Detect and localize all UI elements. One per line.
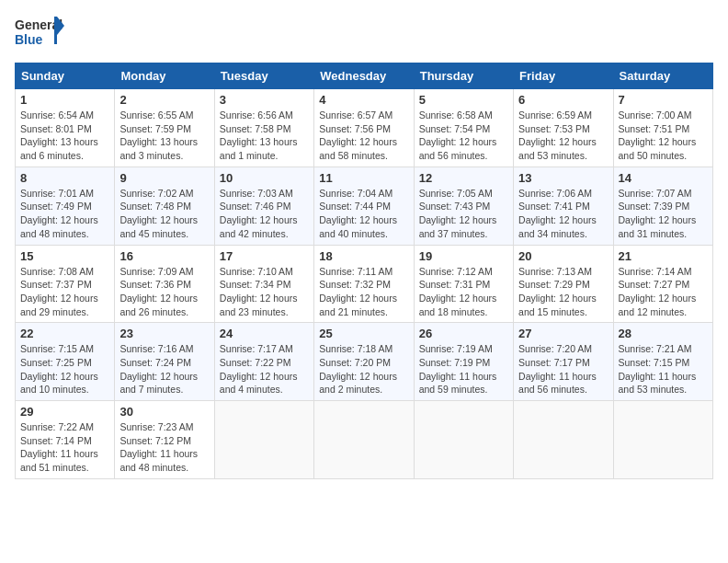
calendar-cell: 29Sunrise: 7:22 AM Sunset: 7:14 PM Dayli… xyxy=(16,401,115,479)
calendar-table: SundayMondayTuesdayWednesdayThursdayFrid… xyxy=(15,63,713,479)
day-number: 30 xyxy=(119,405,209,419)
calendar-cell: 12Sunrise: 7:05 AM Sunset: 7:43 PM Dayli… xyxy=(414,167,513,245)
calendar-cell: 24Sunrise: 7:17 AM Sunset: 7:22 PM Dayli… xyxy=(214,323,313,401)
calendar-cell: 28Sunrise: 7:21 AM Sunset: 7:15 PM Dayli… xyxy=(613,323,712,401)
calendar-body: 1Sunrise: 6:54 AM Sunset: 8:01 PM Daylig… xyxy=(16,89,713,479)
day-number: 23 xyxy=(119,327,209,340)
day-number: 3 xyxy=(220,93,309,107)
day-info: Sunrise: 7:03 AM Sunset: 7:46 PM Dayligh… xyxy=(220,187,309,241)
day-number: 10 xyxy=(220,171,309,185)
calendar-cell: 9Sunrise: 7:02 AM Sunset: 7:48 PM Daylig… xyxy=(115,167,214,245)
day-info: Sunrise: 7:13 AM Sunset: 7:29 PM Dayligh… xyxy=(518,265,608,319)
calendar-cell: 19Sunrise: 7:12 AM Sunset: 7:31 PM Dayli… xyxy=(414,245,513,323)
day-info: Sunrise: 7:06 AM Sunset: 7:41 PM Dayligh… xyxy=(518,187,608,241)
day-number: 6 xyxy=(518,93,608,107)
calendar-cell: 5Sunrise: 6:58 AM Sunset: 7:54 PM Daylig… xyxy=(414,89,513,167)
calendar-cell: 6Sunrise: 6:59 AM Sunset: 7:53 PM Daylig… xyxy=(514,89,613,167)
calendar-cell: 26Sunrise: 7:19 AM Sunset: 7:19 PM Dayli… xyxy=(414,323,513,401)
day-info: Sunrise: 7:09 AM Sunset: 7:36 PM Dayligh… xyxy=(119,265,209,319)
svg-rect-2 xyxy=(54,17,57,44)
calendar-cell: 4Sunrise: 6:57 AM Sunset: 7:56 PM Daylig… xyxy=(314,89,414,167)
calendar-cell: 23Sunrise: 7:16 AM Sunset: 7:24 PM Dayli… xyxy=(115,323,214,401)
calendar-cell: 14Sunrise: 7:07 AM Sunset: 7:39 PM Dayli… xyxy=(613,167,712,245)
calendar-cell: 18Sunrise: 7:11 AM Sunset: 7:32 PM Dayli… xyxy=(314,245,414,323)
day-number: 15 xyxy=(20,249,109,263)
calendar-header-sunday: Sunday xyxy=(16,63,115,89)
calendar-week-row: 1Sunrise: 6:54 AM Sunset: 8:01 PM Daylig… xyxy=(16,89,713,167)
day-info: Sunrise: 7:10 AM Sunset: 7:34 PM Dayligh… xyxy=(220,265,309,319)
day-info: Sunrise: 7:01 AM Sunset: 7:49 PM Dayligh… xyxy=(20,187,109,241)
day-info: Sunrise: 6:59 AM Sunset: 7:53 PM Dayligh… xyxy=(518,109,608,163)
day-number: 2 xyxy=(119,93,209,107)
day-info: Sunrise: 6:54 AM Sunset: 8:01 PM Dayligh… xyxy=(20,109,109,163)
day-number: 19 xyxy=(419,249,508,263)
calendar-cell xyxy=(613,401,712,479)
day-number: 9 xyxy=(119,171,209,185)
logo-svg: GeneralBlue xyxy=(15,15,65,52)
day-number: 18 xyxy=(319,249,408,263)
day-info: Sunrise: 7:14 AM Sunset: 7:27 PM Dayligh… xyxy=(619,265,708,319)
calendar-cell: 25Sunrise: 7:18 AM Sunset: 7:20 PM Dayli… xyxy=(314,323,414,401)
day-info: Sunrise: 7:18 AM Sunset: 7:20 PM Dayligh… xyxy=(319,342,408,396)
day-info: Sunrise: 6:57 AM Sunset: 7:56 PM Dayligh… xyxy=(319,109,408,163)
day-info: Sunrise: 7:07 AM Sunset: 7:39 PM Dayligh… xyxy=(619,187,708,241)
day-info: Sunrise: 7:00 AM Sunset: 7:51 PM Dayligh… xyxy=(619,109,708,163)
day-info: Sunrise: 7:12 AM Sunset: 7:31 PM Dayligh… xyxy=(419,265,508,319)
day-number: 24 xyxy=(220,327,309,340)
calendar-header-row: SundayMondayTuesdayWednesdayThursdayFrid… xyxy=(16,63,713,89)
day-number: 27 xyxy=(518,327,608,340)
calendar-cell: 27Sunrise: 7:20 AM Sunset: 7:17 PM Dayli… xyxy=(514,323,613,401)
day-number: 14 xyxy=(619,171,708,185)
day-info: Sunrise: 7:20 AM Sunset: 7:17 PM Dayligh… xyxy=(518,342,608,396)
calendar-cell: 13Sunrise: 7:06 AM Sunset: 7:41 PM Dayli… xyxy=(514,167,613,245)
day-number: 13 xyxy=(518,171,608,185)
calendar-cell: 15Sunrise: 7:08 AM Sunset: 7:37 PM Dayli… xyxy=(16,245,115,323)
calendar-header-wednesday: Wednesday xyxy=(314,63,414,89)
calendar-cell: 7Sunrise: 7:00 AM Sunset: 7:51 PM Daylig… xyxy=(613,89,712,167)
day-number: 8 xyxy=(20,171,109,185)
calendar-cell: 10Sunrise: 7:03 AM Sunset: 7:46 PM Dayli… xyxy=(214,167,313,245)
day-info: Sunrise: 7:16 AM Sunset: 7:24 PM Dayligh… xyxy=(119,342,209,396)
day-number: 7 xyxy=(619,93,708,107)
calendar-week-row: 8Sunrise: 7:01 AM Sunset: 7:49 PM Daylig… xyxy=(16,167,713,245)
day-info: Sunrise: 7:21 AM Sunset: 7:15 PM Dayligh… xyxy=(619,342,708,396)
calendar-cell xyxy=(314,401,414,479)
day-info: Sunrise: 7:19 AM Sunset: 7:19 PM Dayligh… xyxy=(419,342,508,396)
day-info: Sunrise: 7:02 AM Sunset: 7:48 PM Dayligh… xyxy=(119,187,209,241)
calendar-header-saturday: Saturday xyxy=(613,63,712,89)
day-info: Sunrise: 6:58 AM Sunset: 7:54 PM Dayligh… xyxy=(419,109,508,163)
calendar-cell: 1Sunrise: 6:54 AM Sunset: 8:01 PM Daylig… xyxy=(16,89,115,167)
calendar-cell: 8Sunrise: 7:01 AM Sunset: 7:49 PM Daylig… xyxy=(16,167,115,245)
day-info: Sunrise: 7:05 AM Sunset: 7:43 PM Dayligh… xyxy=(419,187,508,241)
day-info: Sunrise: 6:56 AM Sunset: 7:58 PM Dayligh… xyxy=(220,109,309,163)
calendar-header-friday: Friday xyxy=(514,63,613,89)
day-number: 21 xyxy=(619,249,708,263)
day-info: Sunrise: 7:11 AM Sunset: 7:32 PM Dayligh… xyxy=(319,265,408,319)
day-number: 26 xyxy=(419,327,508,340)
page-header: GeneralBlue xyxy=(15,15,713,52)
calendar-cell: 22Sunrise: 7:15 AM Sunset: 7:25 PM Dayli… xyxy=(16,323,115,401)
day-info: Sunrise: 7:08 AM Sunset: 7:37 PM Dayligh… xyxy=(20,265,109,319)
calendar-cell: 17Sunrise: 7:10 AM Sunset: 7:34 PM Dayli… xyxy=(214,245,313,323)
calendar-cell xyxy=(414,401,513,479)
calendar-week-row: 15Sunrise: 7:08 AM Sunset: 7:37 PM Dayli… xyxy=(16,245,713,323)
calendar-cell: 2Sunrise: 6:55 AM Sunset: 7:59 PM Daylig… xyxy=(115,89,214,167)
calendar-cell xyxy=(514,401,613,479)
calendar-header-tuesday: Tuesday xyxy=(214,63,313,89)
calendar-week-row: 22Sunrise: 7:15 AM Sunset: 7:25 PM Dayli… xyxy=(16,323,713,401)
day-number: 1 xyxy=(20,93,109,107)
day-number: 5 xyxy=(419,93,508,107)
calendar-cell xyxy=(214,401,313,479)
day-number: 4 xyxy=(319,93,408,107)
calendar-cell: 3Sunrise: 6:56 AM Sunset: 7:58 PM Daylig… xyxy=(214,89,313,167)
svg-text:Blue: Blue xyxy=(15,32,43,47)
calendar-header-thursday: Thursday xyxy=(414,63,513,89)
calendar-cell: 16Sunrise: 7:09 AM Sunset: 7:36 PM Dayli… xyxy=(115,245,214,323)
day-number: 28 xyxy=(619,327,708,340)
day-info: Sunrise: 7:15 AM Sunset: 7:25 PM Dayligh… xyxy=(20,342,109,396)
day-number: 22 xyxy=(20,327,109,340)
day-number: 25 xyxy=(319,327,408,340)
calendar-cell: 11Sunrise: 7:04 AM Sunset: 7:44 PM Dayli… xyxy=(314,167,414,245)
calendar-week-row: 29Sunrise: 7:22 AM Sunset: 7:14 PM Dayli… xyxy=(16,401,713,479)
day-info: Sunrise: 7:22 AM Sunset: 7:14 PM Dayligh… xyxy=(20,420,109,475)
